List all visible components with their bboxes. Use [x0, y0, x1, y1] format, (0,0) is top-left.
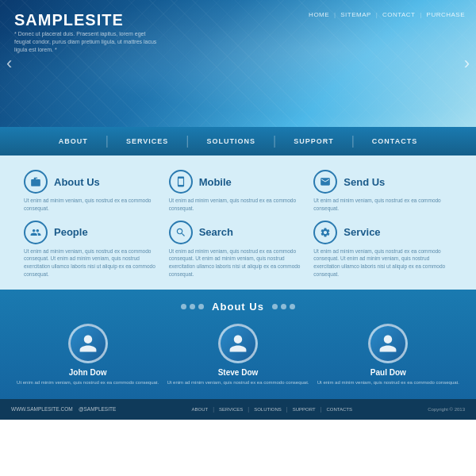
nav-services[interactable]: SERVICES — [109, 127, 186, 155]
footer-site[interactable]: WWW.SAMPLESITE.COM — [11, 406, 73, 412]
john-text: Ut enim ad minim veniam, quis nostrud ex… — [17, 379, 159, 386]
footer-social[interactable]: @SAMPLESITE — [79, 406, 116, 412]
card-service: Service Ut enim ad minim veniam, quis no… — [313, 221, 452, 278]
envelope-icon — [313, 170, 337, 194]
card-mobile-title: Mobile — [199, 176, 232, 188]
icon-grid: About Us Ut enim ad minim veniam, quis n… — [24, 170, 452, 278]
card-mobile: Mobile Ut enim ad minim veniam, quis nos… — [169, 170, 308, 213]
header-nav-contact[interactable]: CONTACT — [382, 11, 416, 18]
about-title-row: About Us — [16, 301, 460, 313]
search-icon — [169, 221, 193, 244]
john-name: John Dow — [69, 368, 107, 377]
card-about-us: About Us Ut enim ad minim veniam, quis n… — [24, 170, 163, 213]
footer-nav-solutions[interactable]: SOLUTIONS — [254, 407, 282, 412]
steve-avatar — [218, 324, 258, 363]
header-nav-home[interactable]: HOME — [309, 11, 329, 18]
gear-icon — [313, 221, 337, 244]
person-card-steve: Steve Dow Ut enim ad minim veniam, quis … — [166, 324, 309, 386]
paul-name: Paul Dow — [370, 368, 406, 377]
card-service-title: Service — [344, 226, 380, 238]
footer-nav-about[interactable]: ABOUT — [192, 407, 209, 412]
mobile-icon — [169, 170, 193, 194]
header-nav: HOME | SITEMAP | CONTACT | PURCHASE — [309, 11, 465, 18]
footer-copyright: Copyright © 2013 — [428, 407, 465, 412]
person-card-john: John Dow Ut enim ad minim veniam, quis n… — [16, 324, 159, 386]
footer-nav-support[interactable]: SUPPORT — [293, 407, 316, 412]
nav-contacts[interactable]: CONTACTS — [355, 127, 435, 155]
people-icon — [24, 221, 48, 244]
john-avatar — [68, 324, 108, 363]
card-send-us: Send Us Ut enim ad minim veniam, quis no… — [313, 170, 452, 213]
about-section-title: About Us — [212, 301, 264, 313]
about-section: About Us John Dow Ut enim ad minim venia… — [0, 290, 476, 399]
card-search-text: Ut enim ad minim veniam, quis nostrud ex… — [169, 248, 308, 278]
card-about-us-text: Ut enim ad minim veniam, quis nostrud ex… — [24, 197, 163, 213]
footer: WWW.SAMPLESITE.COM @SAMPLESITE ABOUT | S… — [0, 399, 476, 420]
card-people-text: Ut enim ad minim veniam, quis nostrud ex… — [24, 248, 163, 278]
card-search: Search Ut enim ad minim veniam, quis nos… — [169, 221, 308, 278]
person-card-paul: Paul Dow Ut enim ad minim veniam, quis n… — [317, 324, 460, 386]
about-dots-left — [181, 304, 204, 309]
paul-avatar — [368, 324, 408, 363]
person-grid: John Dow Ut enim ad minim veniam, quis n… — [16, 324, 460, 386]
nav-solutions[interactable]: SOLUTIONS — [189, 127, 273, 155]
card-people: People Ut enim ad minim veniam, quis nos… — [24, 221, 163, 278]
card-service-text: Ut enim ad minim veniam, quis nostrud ex… — [313, 248, 452, 278]
header-tagline: * Donec ut placerat duis. Praesent iapit… — [14, 30, 157, 53]
navbar: ABOUT | SERVICES | SOLUTIONS | SUPPORT |… — [0, 127, 476, 155]
steve-name: Steve Dow — [218, 368, 259, 377]
header-nav-purchase[interactable]: PURCHASE — [427, 11, 465, 18]
main-content: About Us Ut enim ad minim veniam, quis n… — [0, 155, 476, 290]
carousel-prev[interactable]: ‹ — [6, 53, 12, 74]
steve-text: Ut enim ad minim veniam, quis nostrud ex… — [167, 379, 309, 386]
card-about-us-title: About Us — [54, 176, 100, 188]
header: SAMPLESITE * Donec ut placerat duis. Pra… — [0, 0, 476, 127]
paul-text: Ut enim ad minim veniam, quis nostrud ex… — [317, 379, 459, 386]
card-send-us-title: Send Us — [344, 176, 385, 188]
nav-about[interactable]: ABOUT — [41, 127, 106, 155]
site-logo: SAMPLESITE — [14, 11, 124, 29]
briefcase-icon — [24, 170, 48, 194]
carousel-next[interactable]: › — [464, 53, 470, 74]
footer-nav: ABOUT | SERVICES | SOLUTIONS | SUPPORT |… — [192, 406, 352, 412]
footer-nav-contacts[interactable]: CONTACTS — [326, 407, 352, 412]
card-mobile-text: Ut enim ad minim veniam, quis nostrud ex… — [169, 197, 308, 213]
nav-support[interactable]: SUPPORT — [276, 127, 351, 155]
header-nav-sitemap[interactable]: SITEMAP — [340, 11, 371, 18]
about-dots-right — [272, 304, 295, 309]
footer-nav-services[interactable]: SERVICES — [219, 407, 243, 412]
card-search-title: Search — [199, 226, 233, 238]
card-send-us-text: Ut enim ad minim veniam, quis nostrud ex… — [313, 197, 452, 213]
card-people-title: People — [54, 226, 88, 238]
